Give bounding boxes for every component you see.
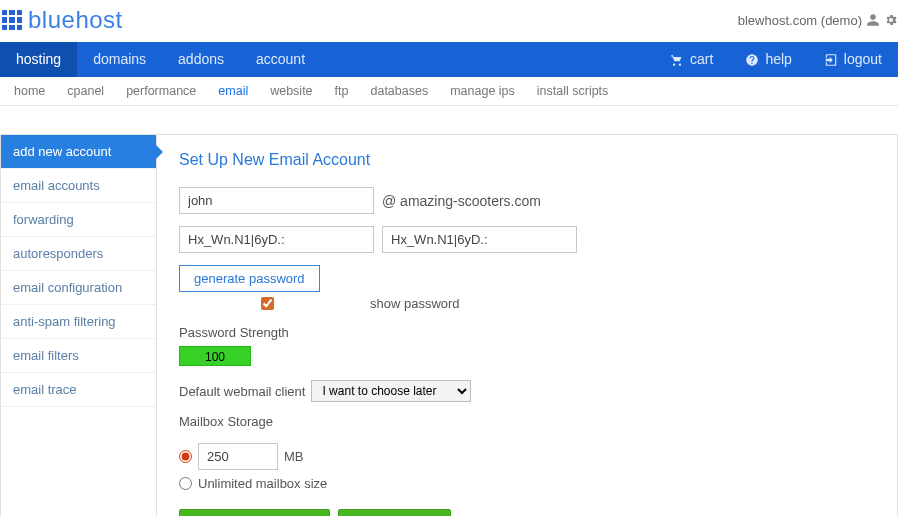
nav-domains[interactable]: domains — [77, 42, 162, 77]
sidebar-anti-spam[interactable]: anti-spam filtering — [1, 305, 156, 339]
create-finish-button[interactable]: create & finish — [338, 509, 450, 516]
storage-unit: MB — [284, 449, 304, 464]
subnav-website[interactable]: website — [270, 84, 312, 98]
storage-unlimited-label: Unlimited mailbox size — [198, 476, 327, 491]
strength-label: Password Strength — [179, 325, 875, 340]
sidebar-email-filters[interactable]: email filters — [1, 339, 156, 373]
subnav-cpanel[interactable]: cpanel — [67, 84, 104, 98]
brand-logo[interactable]: bluehost — [2, 6, 123, 34]
webmail-select[interactable]: I want to choose later — [311, 380, 471, 402]
password-confirm-input[interactable] — [382, 226, 577, 253]
sidebar-email-config[interactable]: email configuration — [1, 271, 156, 305]
subnav-ftp[interactable]: ftp — [335, 84, 349, 98]
show-password-label: show password — [370, 296, 460, 311]
storage-fixed-radio[interactable] — [179, 450, 192, 463]
nav-help-label: help — [765, 42, 791, 77]
storage-size-input[interactable] — [198, 443, 278, 470]
show-password-checkbox[interactable] — [261, 297, 274, 310]
subnav-performance[interactable]: performance — [126, 84, 196, 98]
subnav-manage-ips[interactable]: manage ips — [450, 84, 515, 98]
sidebar: add new account email accounts forwardin… — [1, 135, 156, 516]
webmail-label: Default webmail client — [179, 384, 305, 399]
password-input[interactable] — [179, 226, 374, 253]
username-input[interactable] — [179, 187, 374, 214]
nav-account[interactable]: account — [240, 42, 321, 77]
sidebar-autoresponders[interactable]: autoresponders — [1, 237, 156, 271]
subnav-email[interactable]: email — [218, 84, 248, 98]
nav-logout[interactable]: logout — [808, 42, 898, 77]
storage-unlimited-radio[interactable] — [179, 477, 192, 490]
nav-addons[interactable]: addons — [162, 42, 240, 77]
storage-label: Mailbox Storage — [179, 414, 875, 429]
logout-icon — [824, 53, 838, 67]
nav-cart[interactable]: cart — [654, 42, 729, 77]
sidebar-forwarding[interactable]: forwarding — [1, 203, 156, 237]
domain-label: @ amazing-scooters.com — [382, 193, 541, 209]
sidebar-email-accounts[interactable]: email accounts — [1, 169, 156, 203]
nav-hosting[interactable]: hosting — [0, 42, 77, 77]
page-title: Set Up New Email Account — [179, 151, 875, 169]
subnav-install-scripts[interactable]: install scripts — [537, 84, 609, 98]
grid-icon — [2, 10, 22, 30]
strength-meter: 100 — [179, 346, 251, 366]
nav-cart-label: cart — [690, 42, 713, 77]
nav-logout-label: logout — [844, 42, 882, 77]
user-icon[interactable] — [866, 13, 880, 27]
subnav-home[interactable]: home — [14, 84, 45, 98]
gear-icon[interactable] — [884, 13, 898, 27]
account-label: blewhost.com (demo) — [738, 13, 862, 28]
sidebar-add-account[interactable]: add new account — [1, 135, 156, 169]
subnav-databases[interactable]: databases — [370, 84, 428, 98]
brand-text: bluehost — [28, 6, 123, 34]
create-add-another-button[interactable]: create & add another — [179, 509, 330, 516]
sidebar-email-trace[interactable]: email trace — [1, 373, 156, 407]
nav-help[interactable]: help — [729, 42, 807, 77]
cart-icon — [670, 53, 684, 67]
generate-password-button[interactable]: generate password — [179, 265, 320, 292]
help-icon — [745, 53, 759, 67]
